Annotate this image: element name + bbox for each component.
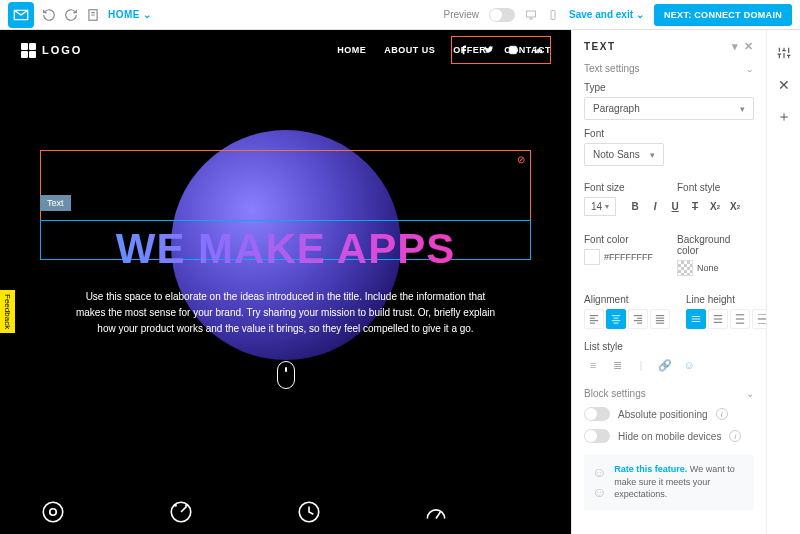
svg-point-6	[43, 502, 63, 522]
type-label: Type	[584, 82, 754, 93]
stat-1[interactable]: 2593 Let people find out more about what…	[40, 499, 148, 534]
mobile-icon[interactable]	[547, 9, 559, 21]
subscript-button[interactable]: X2	[726, 198, 744, 216]
align-left-button[interactable]	[584, 309, 604, 329]
list-bullet-button[interactable]: ≡	[584, 356, 602, 374]
absolute-toggle[interactable]	[584, 407, 610, 421]
delete-selection-icon[interactable]: ⊘	[515, 154, 527, 166]
type-dropdown[interactable]: Paragraph	[584, 97, 754, 120]
fontcolor-label: Font color	[584, 234, 661, 245]
superscript-button[interactable]: X2	[706, 198, 724, 216]
site-header: LOGO HOME ABOUT US OFFER CONTACT	[0, 30, 571, 70]
svg-point-5	[515, 48, 516, 49]
home-dropdown[interactable]: HOME ⌄	[108, 9, 152, 20]
hero-section: Text ⊘ WE MAKE APPS Use this space to el…	[0, 70, 571, 469]
nav-about[interactable]: ABOUT US	[384, 45, 435, 55]
stat-4[interactable]: 341 Let people find out more about what …	[423, 499, 531, 534]
underline-button[interactable]: U	[666, 198, 684, 216]
clock-icon	[296, 499, 322, 525]
hide-mobile-info-icon[interactable]: i	[729, 430, 741, 442]
rate-feature-box: ☺☺ Rate this feature. We want to make su…	[584, 455, 754, 510]
lineheight-label: Line height	[686, 294, 766, 305]
top-toolbar: HOME ⌄ Preview Save and exit ⌄ NEXT: CON…	[0, 0, 800, 30]
alignment-label: Alignment	[584, 294, 670, 305]
hide-mobile-label: Hide on mobile devices	[618, 431, 721, 442]
svg-point-4	[512, 48, 515, 51]
svg-point-9	[175, 505, 176, 506]
social-selection-box[interactable]	[451, 36, 551, 64]
align-right-button[interactable]	[628, 309, 648, 329]
lineheight-loose-button[interactable]	[730, 309, 750, 329]
speed-icon	[168, 499, 194, 525]
svg-rect-1	[527, 11, 536, 17]
text-settings-section[interactable]: Text settings	[584, 63, 754, 74]
fontstyle-label: Font style	[677, 182, 754, 193]
rate-faces-icon[interactable]: ☺☺	[592, 463, 606, 502]
absolute-info-icon[interactable]: i	[716, 408, 728, 420]
properties-panel: TEXT▾✕ Text settings Type Paragraph Font…	[571, 30, 766, 534]
hide-mobile-toggle[interactable]	[584, 429, 610, 443]
list-emoji-button[interactable]: ☺	[680, 356, 698, 374]
hero-title[interactable]: WE MAKE APPS	[40, 225, 531, 273]
instagram-icon[interactable]	[508, 45, 518, 55]
close-icon[interactable]: ✕	[775, 76, 793, 94]
fontcolor-value: #FFFFFFFF	[604, 252, 653, 262]
preview-label: Preview	[444, 9, 480, 20]
settings-icon[interactable]	[775, 44, 793, 62]
feedback-tab[interactable]: Feedback	[0, 290, 15, 333]
bold-button[interactable]: B	[626, 198, 644, 216]
block-settings-section[interactable]: Block settings	[584, 388, 754, 399]
gauge-icon	[423, 499, 449, 525]
font-label: Font	[584, 128, 754, 139]
right-toolbar: ✕ ＋	[766, 30, 800, 534]
align-center-button[interactable]	[606, 309, 626, 329]
linkedin-icon[interactable]	[533, 45, 543, 55]
stat-3[interactable]: 13.49 Let people find out more about wha…	[296, 499, 404, 534]
nav-home[interactable]: HOME	[337, 45, 366, 55]
redo-icon[interactable]	[64, 8, 78, 22]
selection-tag: Text	[40, 195, 71, 211]
preview-toggle[interactable]	[489, 8, 515, 22]
bgcolor-label: Background color	[677, 234, 754, 256]
italic-button[interactable]: I	[646, 198, 664, 216]
mail-icon[interactable]	[8, 2, 34, 28]
panel-title: TEXT▾✕	[584, 40, 754, 53]
stats-row: 2593 Let people find out more about what…	[0, 469, 571, 534]
svg-rect-2	[551, 10, 555, 19]
list-link-button[interactable]: 🔗	[656, 356, 674, 374]
close-panel-icon[interactable]: ✕	[744, 40, 755, 53]
facebook-icon[interactable]	[459, 45, 469, 55]
next-connect-domain-button[interactable]: NEXT: CONNECT DOMAIN	[654, 4, 792, 26]
rate-link[interactable]: Rate this feature.	[614, 464, 687, 474]
save-exit-button[interactable]: Save and exit ⌄	[569, 9, 644, 20]
page-icon[interactable]	[86, 8, 100, 22]
desktop-icon[interactable]	[525, 9, 537, 21]
font-dropdown[interactable]: Noto Sans	[584, 143, 664, 166]
lineheight-tight-button[interactable]	[686, 309, 706, 329]
lineheight-xloose-button[interactable]	[752, 309, 766, 329]
absolute-label: Absolute positioning	[618, 409, 708, 420]
stat-2[interactable]: x14 Let people find out more about what …	[168, 499, 276, 534]
strikethrough-button[interactable]: T	[686, 198, 704, 216]
svg-point-10	[186, 505, 187, 506]
collapse-icon[interactable]: ▾	[732, 40, 740, 53]
bgcolor-swatch[interactable]	[677, 260, 693, 276]
add-icon[interactable]: ＋	[775, 108, 793, 126]
fontcolor-swatch[interactable]	[584, 249, 600, 265]
undo-icon[interactable]	[42, 8, 56, 22]
list-numbered-button[interactable]: ≣	[608, 356, 626, 374]
lineheight-normal-button[interactable]	[708, 309, 728, 329]
donut-icon	[40, 499, 66, 525]
align-justify-button[interactable]	[650, 309, 670, 329]
svg-point-7	[50, 509, 57, 516]
bgcolor-value: None	[697, 263, 719, 273]
hero-body[interactable]: Use this space to elaborate on the ideas…	[76, 289, 496, 337]
site-logo[interactable]: LOGO	[20, 42, 82, 58]
liststyle-label: List style	[584, 341, 754, 352]
fontsize-label: Font size	[584, 182, 661, 193]
editor-canvas[interactable]: Feedback LOGO HOME ABOUT US OFFER CONTAC…	[0, 30, 571, 534]
twitter-icon[interactable]	[484, 45, 494, 55]
scroll-mouse-icon[interactable]	[277, 361, 295, 389]
fontsize-dropdown[interactable]: 14	[584, 197, 616, 216]
